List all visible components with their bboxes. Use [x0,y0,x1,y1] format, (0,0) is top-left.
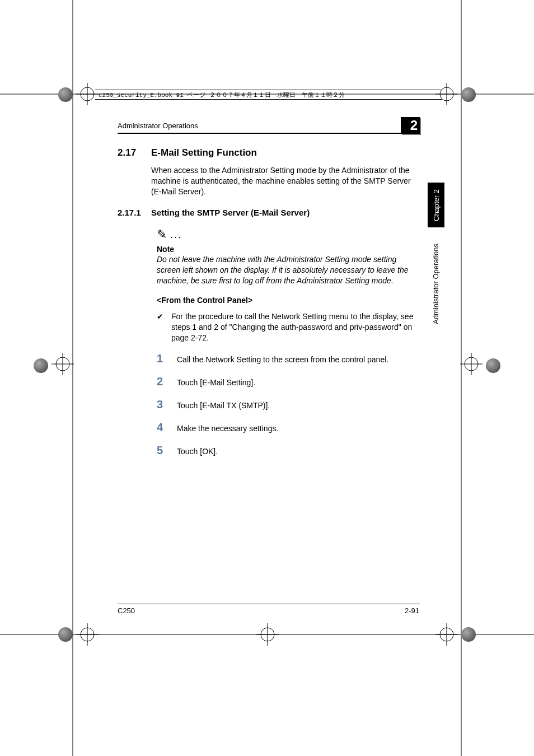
step-row: 3 Touch [E-Mail TX (SMTP)]. [157,397,414,412]
note-body: Do not leave the machine with the Admini… [157,254,414,286]
step-number: 1 [157,351,177,366]
step-number: 4 [157,420,177,435]
note-icon: ✎ [157,226,167,243]
step-row: 2 Touch [E-Mail Setting]. [157,374,414,389]
reg-dot [461,87,476,102]
panel-subhead: <From the Control Panel> [157,295,414,306]
step-number: 2 [157,374,177,389]
reg-target [51,353,74,375]
reg-target [76,623,99,646]
running-head: Administrator Operations [118,122,198,130]
check-text: For the procedure to call the Network Se… [171,311,414,343]
page-content: 2.17E-Mail Setting Function When access … [118,147,414,466]
reg-dot [486,358,500,373]
reg-target [460,353,483,375]
reg-dot [58,627,73,642]
reg-target [256,623,279,646]
book-slug-strip: c250_security_E.book 91 ページ ２００７年４月１１日 水… [95,90,442,100]
chapter-number-box: 2 [401,117,420,134]
book-slug-text: c250_security_E.book 91 ページ ２００７年４月１１日 水… [99,91,345,99]
side-tab-title: Administrator Operations [432,244,440,324]
step-row: 4 Make the necessary settings. [157,420,414,435]
step-row: 1 Call the Network Setting to the screen… [157,351,414,366]
step-text: Touch [E-Mail Setting]. [177,377,414,388]
step-number: 3 [157,397,177,412]
footer-rule [118,604,420,604]
step-text: Call the Network Setting to the screen f… [177,354,414,365]
subsection-number: 2.17.1 [118,207,151,218]
footer-page: 2-91 [405,606,419,615]
step-text: Touch [E-Mail TX (SMTP)]. [177,400,414,411]
step-text: Touch [OK]. [177,446,414,457]
section-number: 2.17 [118,147,151,160]
reg-dot [34,358,48,373]
step-text: Make the necessary settings. [177,423,414,434]
header-rule [118,133,420,134]
reg-dot [58,87,73,102]
footer-model: C250 [118,606,135,615]
note-block: ✎ ... Note Do not leave the machine with… [157,226,414,286]
section-title: E-Mail Setting Function [151,147,257,158]
check-item: ✔ For the procedure to call the Network … [157,311,414,343]
reg-target [435,623,458,646]
section-heading: 2.17E-Mail Setting Function [118,147,414,160]
step-row: 5 Touch [OK]. [157,443,414,458]
subsection-title: Setting the SMTP Server (E-Mail Server) [151,208,310,217]
note-label: Note [157,244,414,255]
step-number: 5 [157,443,177,458]
note-dots: ... [170,228,182,241]
subsection-heading: 2.17.1Setting the SMTP Server (E-Mail Se… [118,207,414,218]
check-icon: ✔ [157,311,171,343]
side-tab-chapter: Chapter 2 [428,183,444,227]
section-intro: When access to the Administrator Setting… [151,165,414,197]
reg-dot [461,627,476,642]
